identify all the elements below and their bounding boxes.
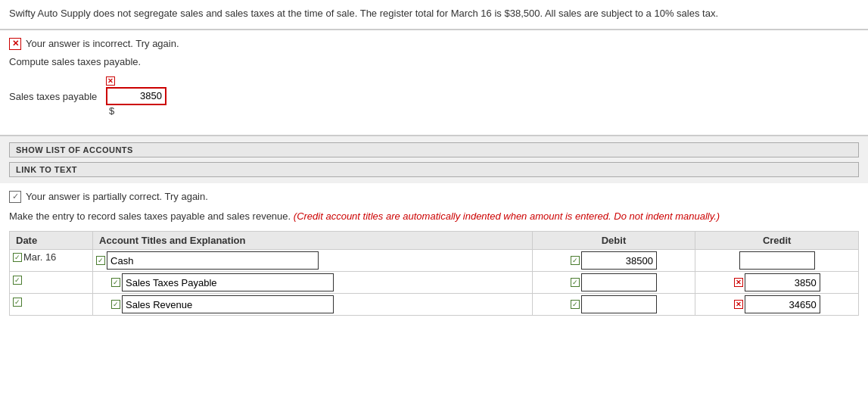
row1-check: ✓ [13,253,22,262]
date-cell-2: ✓ [10,272,93,294]
debit-input-1[interactable] [581,251,657,270]
journal-table: Date Account Titles and Explanation Debi… [9,231,859,316]
account-cell-1: ✓ [93,250,533,272]
section-journal: ✓ Your answer is partially correct. Try … [0,183,868,327]
debit-input-3[interactable] [581,295,657,313]
table-row: ✓ ✓ ✓ ✕ [10,272,859,294]
debit-check-2: ✓ [571,278,580,287]
credit-cell-1 [695,250,859,272]
row3-check: ✓ [13,298,22,307]
row2-check: ✓ [13,276,22,285]
instruction-italic: (Credit account titles are automatically… [294,210,720,222]
table-row: ✓ Mar. 16 ✓ ✓ [10,250,859,272]
date-text-1: Mar. 16 [23,251,56,263]
sales-tax-row: Sales taxes payable ✕ $ [9,76,859,117]
date-cell-1: ✓ Mar. 16 [10,250,93,272]
account-input-1[interactable] [107,251,319,270]
wrong-status-text: Your answer is incorrect. Try again. [26,38,179,49]
partial-status-text: Your answer is partially correct. Try ag… [26,191,208,202]
button-row: SHOW LIST OF ACCOUNTS LINK TO TEXT [0,136,868,183]
header-account: Account Titles and Explanation [93,232,533,250]
account-input-3[interactable] [122,295,334,313]
debit-cell-2: ✓ [532,272,695,294]
account-input-2[interactable] [122,273,334,291]
credit-input-1[interactable] [739,251,815,270]
date-cell-3: ✓ [10,294,93,316]
description-text: Swifty Auto Supply does not segregate sa… [9,6,859,21]
debit-input-2[interactable] [581,273,657,291]
account-check-1: ✓ [96,256,105,265]
credit-wrong-3: ✕ [734,300,743,309]
partial-status: ✓ Your answer is partially correct. Try … [9,191,859,203]
header-debit: Debit [532,232,695,250]
debit-check-1: ✓ [571,256,580,265]
partial-icon: ✓ [9,191,21,203]
show-list-button[interactable]: SHOW LIST OF ACCOUNTS [9,142,859,157]
credit-cell-3: ✕ [695,294,859,316]
header-date: Date [10,232,93,250]
dollar-sign: $ [109,105,114,117]
wrong-icon: ✕ [9,38,21,50]
account-cell-2: ✓ [93,272,533,294]
instruction-normal: Make the entry to record sales taxes pay… [9,210,291,222]
table-row: ✓ ✓ ✓ ✕ [10,294,859,316]
debit-cell-3: ✓ [532,294,695,316]
header-credit: Credit [695,232,859,250]
input-with-dollar [106,87,166,105]
credit-wrong-2: ✕ [734,278,743,287]
section-compute: ✕ Your answer is incorrect. Try again. C… [0,30,868,136]
sales-tax-input-wrapper: ✕ $ [106,76,166,117]
account-check-2: ✓ [111,278,120,287]
compute-label: Compute sales taxes payable. [9,56,859,67]
sales-tax-input[interactable] [106,87,166,105]
top-section: Swifty Auto Supply does not segregate sa… [0,0,868,30]
credit-input-2[interactable] [745,273,820,291]
debit-cell-1: ✓ [532,250,695,272]
table-header-row: Date Account Titles and Explanation Debi… [10,232,859,250]
answer-status-wrong: ✕ Your answer is incorrect. Try again. [9,38,859,50]
account-check-3: ✓ [111,300,120,309]
account-cell-3: ✓ [93,294,533,316]
instruction-text: Make the entry to record sales taxes pay… [9,209,859,224]
debit-check-3: ✓ [571,300,580,309]
sales-tax-label: Sales taxes payable [9,91,100,102]
input-wrong-icon: ✕ [106,76,115,86]
credit-input-3[interactable] [745,295,820,313]
credit-cell-2: ✕ [695,272,859,294]
link-to-text-button[interactable]: LINK TO TEXT [9,162,859,177]
